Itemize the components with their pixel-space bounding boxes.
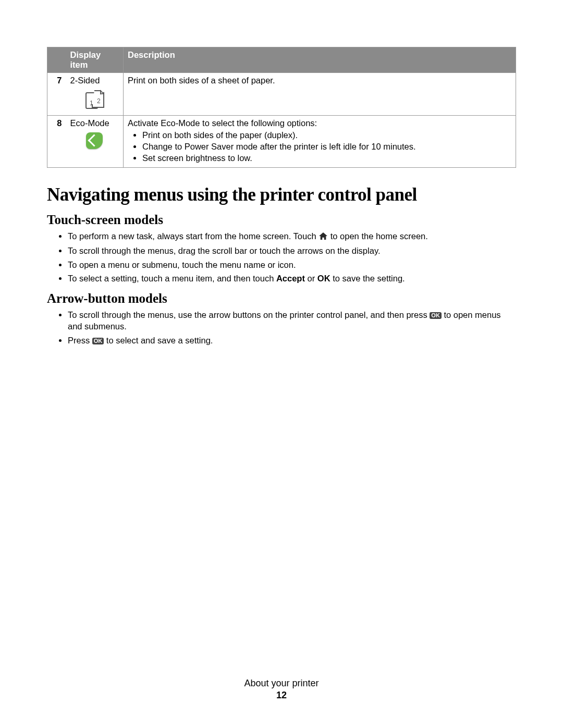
- th-description: Description: [124, 47, 516, 73]
- row-desc: Activate Eco-Mode to select the followin…: [128, 118, 511, 128]
- eco-bullet: Print on both sides of the paper (duplex…: [142, 130, 511, 140]
- row-name-cell: Eco-Mode: [66, 116, 124, 168]
- svg-text:1: 1: [90, 100, 93, 107]
- duplex-icon: 1 2: [84, 90, 104, 113]
- table-row: 7 2-Sided 1 2 Print on both sides: [47, 73, 516, 116]
- list-item: To select a setting, touch a menu item, …: [68, 273, 516, 284]
- row-num: 7: [47, 73, 66, 116]
- home-icon: [319, 231, 328, 243]
- th-display-item-num: [47, 47, 66, 73]
- table-row: 8 Eco-Mode Activate Eco-Mode to select t…: [47, 116, 516, 168]
- subheading-arrowbutton: Arrow-button models: [47, 291, 516, 306]
- page-footer: About your printer 12: [0, 678, 563, 701]
- list-item: To open a menu or submenu, touch the men…: [68, 259, 516, 270]
- row-name-cell: 2-Sided 1 2: [66, 73, 124, 116]
- arrowbutton-list: To scroll through the menus, use the arr…: [47, 309, 516, 346]
- row-desc-cell: Activate Eco-Mode to select the followin…: [124, 116, 516, 168]
- list-item: To perform a new task, always start from…: [68, 230, 516, 243]
- row-name: 2-Sided: [70, 76, 119, 85]
- list-item: To scroll through the menus, drag the sc…: [68, 245, 516, 256]
- svg-text:2: 2: [97, 97, 101, 105]
- list-item: Press OK to select and save a setting.: [68, 335, 516, 346]
- row-num: 8: [47, 116, 66, 168]
- footer-section: About your printer: [0, 678, 563, 689]
- list-item: To scroll through the menus, use the arr…: [68, 309, 516, 332]
- subheading-touchscreen: Touch-screen models: [47, 213, 516, 227]
- touchscreen-list: To perform a new task, always start from…: [47, 230, 516, 284]
- ok-button-icon: OK: [430, 312, 442, 319]
- row-name: Eco-Mode: [70, 118, 119, 128]
- eco-bullet: Set screen brightness to low.: [142, 153, 511, 163]
- eco-mode-icon: [86, 132, 103, 149]
- page-heading: Navigating menus using the printer contr…: [47, 184, 516, 205]
- ok-button-icon: OK: [92, 338, 104, 344]
- eco-bullet: Change to Power Saver mode after the pri…: [142, 142, 511, 152]
- display-item-table: Display item Description 7 2-Sided 1 2: [47, 47, 516, 168]
- page-number: 12: [0, 690, 563, 701]
- th-display-item: Display item: [66, 47, 124, 73]
- row-desc: Print on both sides of a sheet of paper.: [124, 73, 516, 116]
